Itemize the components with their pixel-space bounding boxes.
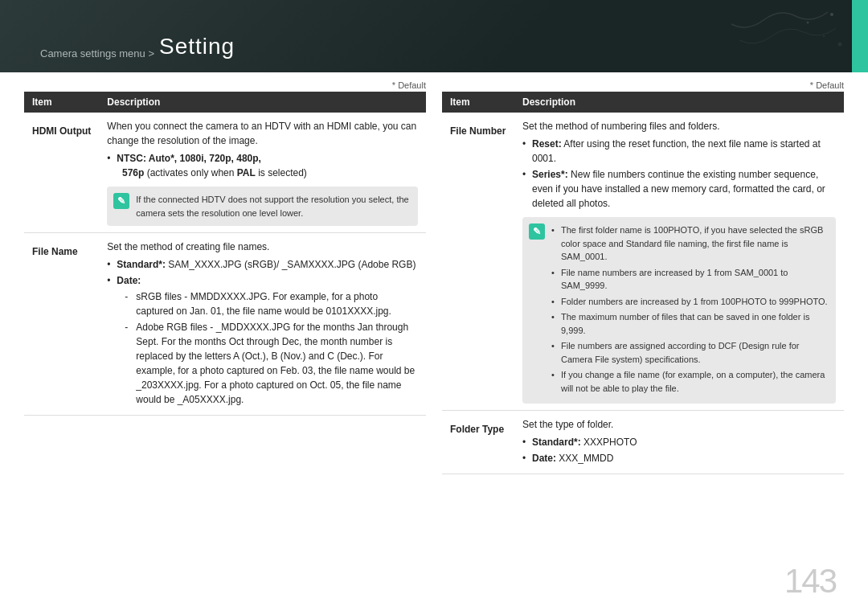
table-row: Folder Type Set the type of folder. Stan… xyxy=(442,411,844,474)
item-label-filenumber: File Number xyxy=(442,113,514,411)
hdmi-note: ✎ If the connected HDTV does not support… xyxy=(107,187,418,226)
item-desc-filenumber: Set the method of numbering files and fo… xyxy=(514,113,844,411)
note-icon-right: ✎ xyxy=(529,223,545,240)
left-col-description: Description xyxy=(99,92,426,113)
hdmi-bullets: NTSC: Auto*, 1080i, 720p, 480p, 576p (ac… xyxy=(107,151,418,180)
filenumber-note-list: The first folder name is 100PHOTO, if yo… xyxy=(551,223,828,395)
note-item-3: Folder numbers are increased by 1 from 1… xyxy=(551,295,828,309)
note-item-1: The first folder name is 100PHOTO, if yo… xyxy=(551,223,828,264)
table-row: HDMI Output When you connect the camera … xyxy=(24,113,426,233)
item-desc-filename: Set the method of creating file names. S… xyxy=(99,233,426,416)
item-desc-hdmi: When you connect the camera to an HDTV w… xyxy=(99,113,426,233)
table-row: File Name Set the method of creating fil… xyxy=(24,233,426,416)
hdmi-intro: When you connect the camera to an HDTV w… xyxy=(107,121,416,146)
svg-point-0 xyxy=(830,13,833,16)
filename-intro: Set the method of creating file names. xyxy=(107,241,269,252)
header-decor xyxy=(683,8,844,72)
item-desc-foldertype: Set the type of folder. Standard*: XXXPH… xyxy=(514,411,844,474)
note-icon: ✎ xyxy=(113,193,129,209)
item-label-filename: File Name xyxy=(24,233,99,416)
page-title: Setting xyxy=(159,34,235,59)
left-default-label: * Default xyxy=(24,80,426,90)
table-row: File Number Set the method of numbering … xyxy=(442,113,844,411)
foldertype-intro: Set the type of folder. xyxy=(522,419,613,430)
filenumber-note: ✎ The first folder name is 100PHOTO, if … xyxy=(522,217,836,404)
main-content: * Default Item Description HDMI Output W… xyxy=(0,72,868,474)
filename-dashes: sRGB files - MMDDXXXX.JPG. For example, … xyxy=(117,289,418,407)
foldertype-date: Date: XXX_MMDD xyxy=(522,451,836,465)
filename-bullets: Standard*: SAM_XXXX.JPG (sRGB)/ _SAMXXXX… xyxy=(107,257,418,407)
foldertype-standard: Standard*: XXXPHOTO xyxy=(522,435,836,449)
note-item-6: If you change a file name (for example, … xyxy=(551,368,828,395)
page-number: 143 xyxy=(784,562,836,601)
right-default-label: * Default xyxy=(442,80,844,90)
hdmi-bullet-ntsc: NTSC: Auto*, 1080i, 720p, 480p, 576p (ac… xyxy=(107,151,418,180)
svg-point-1 xyxy=(807,22,809,24)
filenumber-bullets: Reset: After using the reset function, t… xyxy=(522,137,836,211)
svg-point-3 xyxy=(838,43,842,47)
left-col-item: Item xyxy=(24,92,99,113)
note-item-5: File numbers are assigned according to D… xyxy=(551,339,828,366)
left-settings-table: Item Description HDMI Output When you co… xyxy=(24,92,426,416)
right-col-description: Description xyxy=(514,92,844,113)
breadcrumb: Camera settings menu > xyxy=(40,47,154,59)
filename-dash-srgb: sRGB files - MMDDXXXX.JPG. For example, … xyxy=(125,289,418,318)
item-label-foldertype: Folder Type xyxy=(442,411,514,474)
right-table: * Default Item Description File Number S… xyxy=(442,80,844,474)
filenumber-reset: Reset: After using the reset function, t… xyxy=(522,137,836,166)
right-col-item: Item xyxy=(442,92,514,113)
left-table: * Default Item Description HDMI Output W… xyxy=(24,80,426,474)
svg-point-2 xyxy=(823,35,825,37)
filename-date: Date: sRGB files - MMDDXXXX.JPG. For exa… xyxy=(107,273,418,407)
filename-standard: Standard*: SAM_XXXX.JPG (sRGB)/ _SAMXXXX… xyxy=(107,257,418,272)
filenumber-intro: Set the method of numbering files and fo… xyxy=(522,121,719,132)
note-item-2: File name numbers are increased by 1 fro… xyxy=(551,266,828,293)
hdmi-note-text: If the connected HDTV does not support t… xyxy=(136,195,408,218)
note-item-4: The maximum number of files that can be … xyxy=(551,310,828,337)
right-settings-table: Item Description File Number Set the met… xyxy=(442,92,844,474)
foldertype-bullets: Standard*: XXXPHOTO Date: XXX_MMDD xyxy=(522,435,836,465)
item-label-hdmi: HDMI Output xyxy=(24,113,99,233)
page-header: Camera settings menu > Setting xyxy=(0,0,868,72)
filenumber-series: Series*: New file numbers continue the e… xyxy=(522,167,836,211)
filename-dash-adobe: Adobe RGB files - _MDDXXXX.JPG for the m… xyxy=(125,320,418,407)
